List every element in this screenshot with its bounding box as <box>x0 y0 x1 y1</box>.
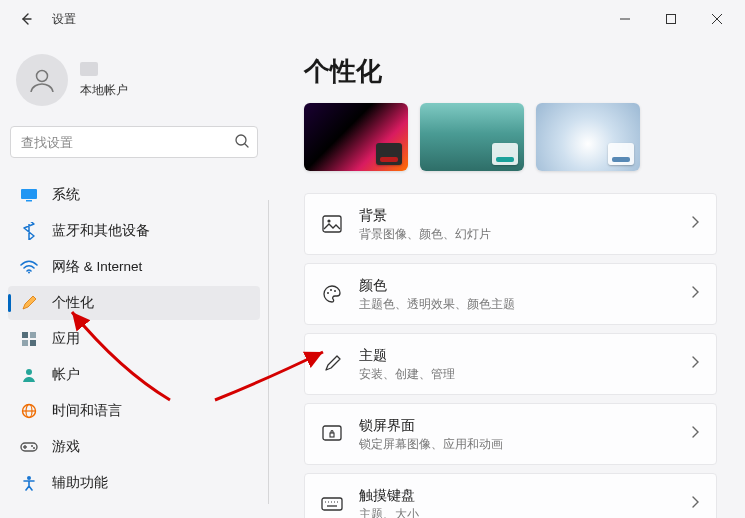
sidebar-item-bluetooth[interactable]: 蓝牙和其他设备 <box>8 214 260 248</box>
close-button[interactable] <box>695 4 739 34</box>
maximize-button[interactable] <box>649 4 693 34</box>
palette-icon <box>321 283 343 305</box>
setting-title: 锁屏界面 <box>359 417 690 435</box>
chevron-right-icon <box>690 425 700 443</box>
account-icon <box>20 366 38 384</box>
theme-preview-1[interactable] <box>304 103 408 171</box>
sidebar-item-label: 个性化 <box>52 294 94 312</box>
sidebar-item-label: 系统 <box>52 186 80 204</box>
setting-desc: 安装、创建、管理 <box>359 367 690 382</box>
setting-background[interactable]: 背景背景图像、颜色、幻灯片 <box>304 193 717 255</box>
setting-title: 主题 <box>359 347 690 365</box>
svg-point-10 <box>28 272 30 274</box>
sidebar-item-label: 帐户 <box>52 366 80 384</box>
sidebar-item-label: 蓝牙和其他设备 <box>52 222 150 240</box>
apps-icon <box>20 330 38 348</box>
paintbrush-icon <box>20 294 38 312</box>
accessibility-icon <box>20 474 38 492</box>
setting-colors[interactable]: 颜色主题色、透明效果、颜色主题 <box>304 263 717 325</box>
svg-point-23 <box>33 447 35 449</box>
svg-rect-9 <box>26 200 32 202</box>
svg-rect-2 <box>667 15 676 24</box>
setting-list: 背景背景图像、颜色、幻灯片 颜色主题色、透明效果、颜色主题 主题安装、创建、管理… <box>304 193 717 518</box>
svg-rect-13 <box>22 340 28 346</box>
sidebar-item-personalization[interactable]: 个性化 <box>8 286 260 320</box>
search-wrap <box>10 126 258 158</box>
svg-line-7 <box>245 144 248 147</box>
sidebar-item-label: 游戏 <box>52 438 80 456</box>
keyboard-icon <box>321 493 343 515</box>
close-icon <box>711 13 723 25</box>
app-title: 设置 <box>52 11 76 28</box>
svg-rect-11 <box>22 332 28 338</box>
svg-point-15 <box>26 369 32 375</box>
lock-screen-icon <box>321 423 343 445</box>
sidebar-item-label: 应用 <box>52 330 80 348</box>
sidebar-item-network[interactable]: 网络 & Internet <box>8 250 260 284</box>
setting-desc: 主题、大小 <box>359 507 690 519</box>
setting-themes[interactable]: 主题安装、创建、管理 <box>304 333 717 395</box>
minimize-button[interactable] <box>603 4 647 34</box>
profile-thumb <box>80 62 98 76</box>
svg-rect-31 <box>330 433 334 437</box>
sidebar-item-accounts[interactable]: 帐户 <box>8 358 260 392</box>
svg-point-24 <box>27 476 31 480</box>
svg-point-27 <box>327 292 329 294</box>
setting-desc: 主题色、透明效果、颜色主题 <box>359 297 690 312</box>
search-icon <box>234 133 250 153</box>
bluetooth-icon <box>20 222 38 240</box>
sidebar-item-accessibility[interactable]: 辅助功能 <box>8 466 260 500</box>
globe-icon <box>20 402 38 420</box>
brush-icon <box>321 353 343 375</box>
avatar <box>16 54 68 106</box>
chevron-right-icon <box>690 285 700 303</box>
theme-preview-2[interactable] <box>420 103 524 171</box>
nav: 系统 蓝牙和其他设备 网络 & Internet 个性化 应用 帐户 <box>8 178 260 500</box>
svg-rect-32 <box>322 498 342 510</box>
setting-title: 触摸键盘 <box>359 487 690 505</box>
theme-preview-3[interactable] <box>536 103 640 171</box>
page-title: 个性化 <box>304 54 717 89</box>
user-icon <box>27 65 57 95</box>
sidebar-item-system[interactable]: 系统 <box>8 178 260 212</box>
profile-text: 本地帐户 <box>80 62 128 99</box>
sidebar-item-gaming[interactable]: 游戏 <box>8 430 260 464</box>
svg-point-5 <box>37 71 48 82</box>
svg-point-29 <box>334 290 336 292</box>
setting-lockscreen[interactable]: 锁屏界面锁定屏幕图像、应用和动画 <box>304 403 717 465</box>
search-input[interactable] <box>10 126 258 158</box>
svg-rect-12 <box>30 332 36 338</box>
minimize-icon <box>619 13 631 25</box>
arrow-left-icon <box>18 11 34 27</box>
sidebar-item-apps[interactable]: 应用 <box>8 322 260 356</box>
profile-label: 本地帐户 <box>80 82 128 99</box>
titlebar: 设置 <box>0 0 745 38</box>
image-icon <box>321 213 343 235</box>
svg-point-26 <box>327 219 330 222</box>
display-icon <box>20 186 38 204</box>
theme-preview-row <box>304 103 717 171</box>
sidebar-item-label: 网络 & Internet <box>52 258 142 276</box>
chevron-right-icon <box>690 355 700 373</box>
window-controls <box>603 4 739 34</box>
sidebar-item-time-language[interactable]: 时间和语言 <box>8 394 260 428</box>
back-button[interactable] <box>16 9 36 29</box>
maximize-icon <box>665 13 677 25</box>
profile-block[interactable]: 本地帐户 <box>8 48 260 116</box>
svg-rect-25 <box>323 216 341 232</box>
setting-title: 背景 <box>359 207 690 225</box>
theme-mini-window <box>608 143 634 165</box>
setting-touch-keyboard[interactable]: 触摸键盘主题、大小 <box>304 473 717 518</box>
sidebar-item-label: 时间和语言 <box>52 402 122 420</box>
setting-desc: 锁定屏幕图像、应用和动画 <box>359 437 690 452</box>
main-content: 个性化 背景背景图像、颜色、幻灯片 颜色主题色、透明效果、颜色主题 主题安装、创… <box>268 38 745 518</box>
chevron-right-icon <box>690 215 700 233</box>
setting-desc: 背景图像、颜色、幻灯片 <box>359 227 690 242</box>
sidebar-item-label: 辅助功能 <box>52 474 108 492</box>
svg-rect-14 <box>30 340 36 346</box>
theme-mini-window <box>492 143 518 165</box>
titlebar-left: 设置 <box>16 9 76 29</box>
svg-point-28 <box>330 289 332 291</box>
svg-point-6 <box>236 135 246 145</box>
svg-point-22 <box>31 445 33 447</box>
